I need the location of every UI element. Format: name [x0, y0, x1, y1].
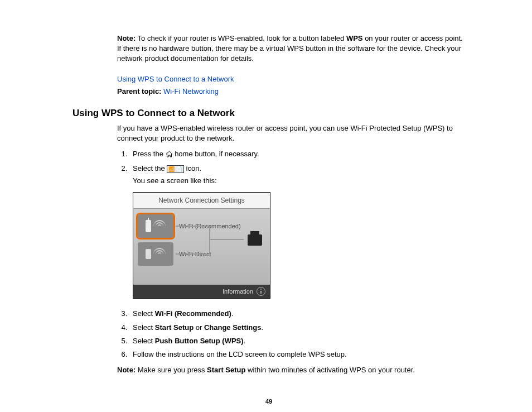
printer-icon — [248, 234, 262, 246]
step-4a: Select — [133, 323, 155, 332]
note-label: Note: — [117, 34, 136, 42]
connection-line — [210, 239, 244, 240]
phone-icon — [146, 249, 151, 259]
step-2b: icon. — [184, 164, 201, 173]
figure-network-settings: Network Connection Settings Wi-Fi (Recom… — [133, 192, 270, 299]
router-icon — [146, 220, 151, 232]
info-icon — [257, 287, 265, 296]
note-bottom: Note: Make sure you press Start Setup wi… — [117, 365, 465, 375]
wifi-icon — [153, 220, 166, 232]
note-bottom-b: Start Setup — [207, 366, 245, 374]
home-icon — [166, 150, 173, 160]
figure-footer: Information — [133, 285, 270, 298]
step-3a: Select — [133, 309, 155, 318]
note-bottom-c: within two minutes of activating WPS on … — [245, 366, 414, 374]
step-2c: You see a screen like this: — [133, 176, 465, 186]
step-1b: home button, if necessary. — [173, 150, 259, 158]
step-4: Select Start Setup or Change Settings. — [129, 323, 465, 333]
step-5b: Push Button Setup (WPS) — [155, 337, 244, 345]
step-1: Press the home button, if necessary. — [129, 149, 465, 160]
step-4c: or — [194, 323, 204, 332]
connection-line — [209, 240, 210, 255]
note-bottom-label: Note: — [117, 366, 136, 374]
note-bottom-a: Make sure you press — [136, 366, 207, 374]
step-3b: Wi-Fi (Recommended) — [155, 309, 231, 318]
step-6: Follow the instructions on the LCD scree… — [129, 349, 465, 360]
connection-line — [176, 226, 209, 227]
step-2a: Select the — [133, 164, 167, 173]
step-5: Select Push Button Setup (WPS). — [129, 336, 465, 346]
connection-line — [209, 226, 210, 240]
link-parent-topic[interactable]: Wi-Fi Networking — [161, 87, 219, 95]
network-settings-icon: 📶 📄 — [167, 165, 184, 174]
note-text-a: To check if your router is WPS-enabled, … — [136, 34, 346, 42]
figure-body: Wi-Fi (Recommended) Wi-Fi Direct — [133, 209, 270, 285]
page-number: 49 — [72, 397, 465, 406]
figure-title: Network Connection Settings — [133, 193, 270, 209]
step-2: Select the 📶 📄 icon. You see a screen li… — [129, 164, 465, 186]
steps-list-1: Press the home button, if necessary. Sel… — [117, 149, 465, 186]
parent-topic-label: Parent topic: — [117, 87, 161, 95]
connection-line — [176, 253, 209, 255]
step-3c: . — [231, 309, 234, 318]
steps-list-2: Select Wi-Fi (Recommended). Select Start… — [117, 309, 465, 360]
wifi-icon-2 — [153, 248, 166, 260]
step-5c: . — [244, 337, 246, 345]
step-1a: Press the — [133, 150, 166, 158]
intro-paragraph: If you have a WPS-enabled wireless route… — [117, 123, 465, 143]
note-wps-check: Note: To check if your router is WPS-ena… — [117, 33, 465, 64]
step-4b: Start Setup — [155, 323, 194, 332]
link-wps-connect[interactable]: Using WPS to Connect to a Network — [117, 75, 234, 83]
figure-footer-label: Information — [223, 288, 253, 296]
link-wps-connect-line: Using WPS to Connect to a Network — [117, 74, 465, 84]
step-4e: . — [261, 323, 263, 332]
option-wifi-recommended-box — [138, 214, 173, 238]
parent-topic-line: Parent topic: Wi-Fi Networking — [117, 87, 465, 97]
step-3: Select Wi-Fi (Recommended). — [129, 309, 465, 319]
step-5a: Select — [133, 337, 155, 345]
step-4d: Change Settings — [204, 323, 262, 332]
note-wps-word: WPS — [346, 34, 363, 42]
section-heading: Using WPS to Connect to a Network — [72, 107, 465, 120]
option-wifi-direct-box — [138, 242, 173, 266]
